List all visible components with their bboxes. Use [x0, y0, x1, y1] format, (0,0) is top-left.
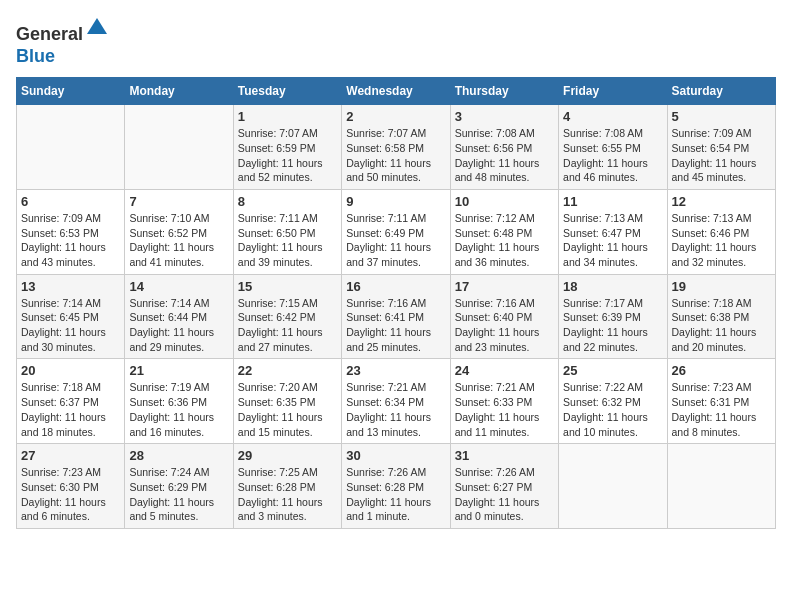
calendar-cell: 1Sunrise: 7:07 AM Sunset: 6:59 PM Daylig… [233, 105, 341, 190]
calendar-cell [667, 444, 775, 529]
calendar-cell: 15Sunrise: 7:15 AM Sunset: 6:42 PM Dayli… [233, 274, 341, 359]
day-info: Sunrise: 7:16 AM Sunset: 6:41 PM Dayligh… [346, 296, 445, 355]
day-number: 9 [346, 194, 445, 209]
svg-marker-0 [87, 18, 107, 34]
day-info: Sunrise: 7:13 AM Sunset: 6:46 PM Dayligh… [672, 211, 771, 270]
calendar-cell: 10Sunrise: 7:12 AM Sunset: 6:48 PM Dayli… [450, 189, 558, 274]
day-number: 17 [455, 279, 554, 294]
calendar-cell: 18Sunrise: 7:17 AM Sunset: 6:39 PM Dayli… [559, 274, 667, 359]
day-info: Sunrise: 7:07 AM Sunset: 6:58 PM Dayligh… [346, 126, 445, 185]
day-number: 8 [238, 194, 337, 209]
day-number: 13 [21, 279, 120, 294]
day-number: 4 [563, 109, 662, 124]
calendar-header-friday: Friday [559, 78, 667, 105]
calendar-cell: 25Sunrise: 7:22 AM Sunset: 6:32 PM Dayli… [559, 359, 667, 444]
calendar-cell: 23Sunrise: 7:21 AM Sunset: 6:34 PM Dayli… [342, 359, 450, 444]
calendar-cell: 30Sunrise: 7:26 AM Sunset: 6:28 PM Dayli… [342, 444, 450, 529]
day-number: 28 [129, 448, 228, 463]
calendar-cell: 16Sunrise: 7:16 AM Sunset: 6:41 PM Dayli… [342, 274, 450, 359]
calendar-cell: 8Sunrise: 7:11 AM Sunset: 6:50 PM Daylig… [233, 189, 341, 274]
calendar-cell: 20Sunrise: 7:18 AM Sunset: 6:37 PM Dayli… [17, 359, 125, 444]
calendar-cell [17, 105, 125, 190]
day-number: 14 [129, 279, 228, 294]
calendar-header-tuesday: Tuesday [233, 78, 341, 105]
calendar-cell: 7Sunrise: 7:10 AM Sunset: 6:52 PM Daylig… [125, 189, 233, 274]
calendar-week-row: 6Sunrise: 7:09 AM Sunset: 6:53 PM Daylig… [17, 189, 776, 274]
day-info: Sunrise: 7:23 AM Sunset: 6:31 PM Dayligh… [672, 380, 771, 439]
day-info: Sunrise: 7:23 AM Sunset: 6:30 PM Dayligh… [21, 465, 120, 524]
calendar-cell: 4Sunrise: 7:08 AM Sunset: 6:55 PM Daylig… [559, 105, 667, 190]
day-info: Sunrise: 7:13 AM Sunset: 6:47 PM Dayligh… [563, 211, 662, 270]
day-info: Sunrise: 7:07 AM Sunset: 6:59 PM Dayligh… [238, 126, 337, 185]
calendar-cell: 28Sunrise: 7:24 AM Sunset: 6:29 PM Dayli… [125, 444, 233, 529]
day-number: 11 [563, 194, 662, 209]
day-number: 27 [21, 448, 120, 463]
logo-blue: Blue [16, 46, 55, 66]
logo-icon [85, 16, 109, 40]
page-header: General Blue [16, 16, 776, 67]
day-number: 22 [238, 363, 337, 378]
day-number: 30 [346, 448, 445, 463]
day-number: 25 [563, 363, 662, 378]
day-number: 31 [455, 448, 554, 463]
calendar-table: SundayMondayTuesdayWednesdayThursdayFrid… [16, 77, 776, 529]
day-number: 16 [346, 279, 445, 294]
calendar-header-thursday: Thursday [450, 78, 558, 105]
calendar-week-row: 1Sunrise: 7:07 AM Sunset: 6:59 PM Daylig… [17, 105, 776, 190]
day-info: Sunrise: 7:09 AM Sunset: 6:54 PM Dayligh… [672, 126, 771, 185]
day-info: Sunrise: 7:08 AM Sunset: 6:56 PM Dayligh… [455, 126, 554, 185]
calendar-body: 1Sunrise: 7:07 AM Sunset: 6:59 PM Daylig… [17, 105, 776, 529]
calendar-cell: 2Sunrise: 7:07 AM Sunset: 6:58 PM Daylig… [342, 105, 450, 190]
day-info: Sunrise: 7:21 AM Sunset: 6:33 PM Dayligh… [455, 380, 554, 439]
calendar-cell: 12Sunrise: 7:13 AM Sunset: 6:46 PM Dayli… [667, 189, 775, 274]
calendar-cell: 9Sunrise: 7:11 AM Sunset: 6:49 PM Daylig… [342, 189, 450, 274]
calendar-cell: 13Sunrise: 7:14 AM Sunset: 6:45 PM Dayli… [17, 274, 125, 359]
day-number: 12 [672, 194, 771, 209]
calendar-header-monday: Monday [125, 78, 233, 105]
day-info: Sunrise: 7:17 AM Sunset: 6:39 PM Dayligh… [563, 296, 662, 355]
day-number: 21 [129, 363, 228, 378]
day-number: 24 [455, 363, 554, 378]
day-info: Sunrise: 7:14 AM Sunset: 6:45 PM Dayligh… [21, 296, 120, 355]
calendar-cell: 3Sunrise: 7:08 AM Sunset: 6:56 PM Daylig… [450, 105, 558, 190]
logo-general: General [16, 24, 83, 44]
day-info: Sunrise: 7:11 AM Sunset: 6:50 PM Dayligh… [238, 211, 337, 270]
day-info: Sunrise: 7:24 AM Sunset: 6:29 PM Dayligh… [129, 465, 228, 524]
day-info: Sunrise: 7:11 AM Sunset: 6:49 PM Dayligh… [346, 211, 445, 270]
calendar-cell: 21Sunrise: 7:19 AM Sunset: 6:36 PM Dayli… [125, 359, 233, 444]
calendar-cell [125, 105, 233, 190]
day-number: 1 [238, 109, 337, 124]
day-info: Sunrise: 7:26 AM Sunset: 6:28 PM Dayligh… [346, 465, 445, 524]
day-info: Sunrise: 7:10 AM Sunset: 6:52 PM Dayligh… [129, 211, 228, 270]
day-number: 2 [346, 109, 445, 124]
day-info: Sunrise: 7:21 AM Sunset: 6:34 PM Dayligh… [346, 380, 445, 439]
day-info: Sunrise: 7:08 AM Sunset: 6:55 PM Dayligh… [563, 126, 662, 185]
logo: General Blue [16, 16, 109, 67]
calendar-cell: 17Sunrise: 7:16 AM Sunset: 6:40 PM Dayli… [450, 274, 558, 359]
day-number: 15 [238, 279, 337, 294]
calendar-cell: 5Sunrise: 7:09 AM Sunset: 6:54 PM Daylig… [667, 105, 775, 190]
calendar-cell: 6Sunrise: 7:09 AM Sunset: 6:53 PM Daylig… [17, 189, 125, 274]
calendar-cell: 19Sunrise: 7:18 AM Sunset: 6:38 PM Dayli… [667, 274, 775, 359]
calendar-cell: 14Sunrise: 7:14 AM Sunset: 6:44 PM Dayli… [125, 274, 233, 359]
day-number: 6 [21, 194, 120, 209]
day-number: 29 [238, 448, 337, 463]
day-info: Sunrise: 7:09 AM Sunset: 6:53 PM Dayligh… [21, 211, 120, 270]
calendar-header-wednesday: Wednesday [342, 78, 450, 105]
day-number: 5 [672, 109, 771, 124]
day-info: Sunrise: 7:22 AM Sunset: 6:32 PM Dayligh… [563, 380, 662, 439]
calendar-cell: 29Sunrise: 7:25 AM Sunset: 6:28 PM Dayli… [233, 444, 341, 529]
calendar-cell: 27Sunrise: 7:23 AM Sunset: 6:30 PM Dayli… [17, 444, 125, 529]
day-info: Sunrise: 7:14 AM Sunset: 6:44 PM Dayligh… [129, 296, 228, 355]
day-info: Sunrise: 7:16 AM Sunset: 6:40 PM Dayligh… [455, 296, 554, 355]
day-number: 3 [455, 109, 554, 124]
day-number: 18 [563, 279, 662, 294]
calendar-cell: 26Sunrise: 7:23 AM Sunset: 6:31 PM Dayli… [667, 359, 775, 444]
calendar-cell: 31Sunrise: 7:26 AM Sunset: 6:27 PM Dayli… [450, 444, 558, 529]
calendar-cell [559, 444, 667, 529]
day-info: Sunrise: 7:19 AM Sunset: 6:36 PM Dayligh… [129, 380, 228, 439]
calendar-week-row: 27Sunrise: 7:23 AM Sunset: 6:30 PM Dayli… [17, 444, 776, 529]
calendar-cell: 11Sunrise: 7:13 AM Sunset: 6:47 PM Dayli… [559, 189, 667, 274]
calendar-cell: 22Sunrise: 7:20 AM Sunset: 6:35 PM Dayli… [233, 359, 341, 444]
day-number: 23 [346, 363, 445, 378]
